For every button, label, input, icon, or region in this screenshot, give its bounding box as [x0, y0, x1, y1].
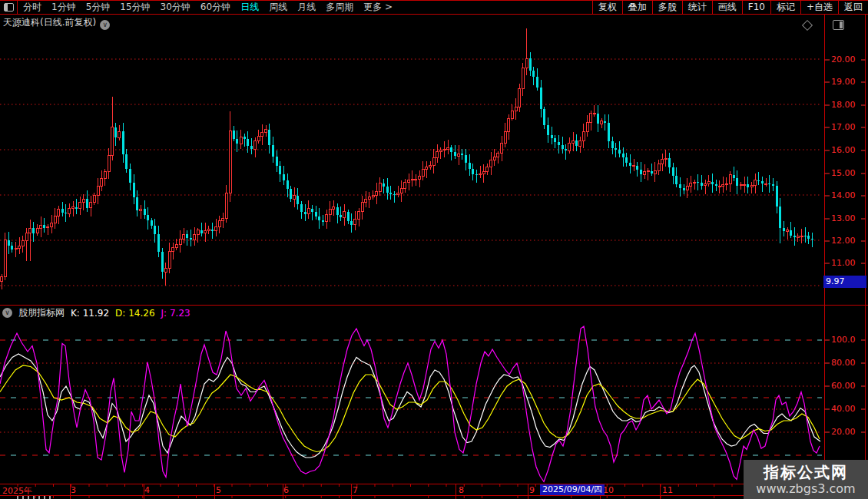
price-axis-label: 17.00	[831, 122, 856, 132]
price-axis-label: 20.00	[831, 55, 856, 64]
watermark-url: www.zbgs3.com	[756, 481, 855, 497]
chevron-down-icon[interactable]: ∨	[2, 308, 12, 318]
indicator-k-value: K: 11.92	[71, 308, 109, 319]
time-axis-label: 7	[353, 485, 358, 495]
chart-canvas	[0, 0, 868, 499]
price-axis-label: 15.00	[831, 168, 856, 178]
kdj-j-line	[0, 326, 820, 482]
candlestick-series	[1, 28, 814, 289]
price-axis-label: 13.00	[831, 213, 856, 223]
time-axis-label: 2025年	[2, 485, 32, 497]
indicator-axis-label: 20.00	[831, 427, 856, 437]
time-axis-label: 5	[216, 485, 221, 495]
watermark: 指标公式网 www.zbgs3.com	[744, 460, 868, 499]
chevron-down-icon[interactable]: ∨	[100, 20, 110, 30]
price-axis-label: 16.00	[831, 145, 856, 155]
indicator-header: ∨ 股朋指标网 K: 11.92 D: 14.26 J: 7.23	[2, 306, 190, 319]
indicator-j-value: J: 7.23	[161, 308, 190, 319]
current-price-badge: 9.97	[823, 276, 866, 288]
time-axis-label: 9	[529, 485, 535, 495]
selected-date-badge: 2025/09/04/四	[540, 484, 605, 495]
trading-app-window: 分时1分钟5分钟15分钟30分钟60分钟日线周线月线多周期更多 > 复权叠加多股…	[0, 0, 868, 499]
panel-layout-icon[interactable]	[833, 20, 844, 30]
indicator-axis-label: 40.00	[831, 404, 856, 414]
indicator-axis-label: 80.00	[831, 358, 856, 368]
time-axis-label: 8	[459, 485, 464, 495]
kdj-d-line	[0, 365, 820, 452]
time-axis-label: 11	[662, 485, 673, 495]
time-axis-label: 3	[71, 485, 76, 495]
price-axis-label: 14.00	[831, 190, 856, 200]
price-axis-label: 11.00	[831, 258, 856, 268]
indicator-axis-label: 100.0	[831, 335, 856, 345]
time-axis-label: 6	[283, 485, 289, 495]
indicator-name: 股朋指标网	[18, 306, 65, 319]
indicator-d-value: D: 14.26	[115, 308, 154, 319]
stock-title-text: 天源迪科(日线.前复权)	[3, 17, 96, 28]
watermark-title: 指标公式网	[764, 463, 848, 481]
price-axis-label: 18.00	[831, 100, 856, 110]
price-axis-label: 19.00	[831, 77, 856, 87]
stock-title: 天源迪科(日线.前复权)∨	[3, 16, 110, 30]
price-axis-label: 12.00	[831, 236, 856, 246]
indicator-axis-label: 60.00	[831, 381, 856, 391]
time-axis-label: 4	[144, 485, 150, 495]
